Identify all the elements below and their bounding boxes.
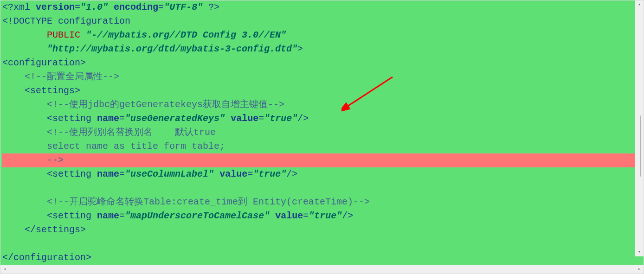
code-wrap: <?xml version="1.0" encoding="UTF-8" ?><… bbox=[0, 0, 644, 265]
code-token: = bbox=[303, 210, 309, 221]
code-token: setting bbox=[52, 113, 97, 124]
code-token: < bbox=[47, 210, 52, 221]
code-line: <!--开启驼峰命名转换Table:create_time到 Entity(cr… bbox=[2, 195, 642, 209]
scroll-left-icon[interactable]: ◂ bbox=[0, 265, 9, 274]
code-line: <!--配置全局属性--> bbox=[2, 70, 642, 84]
code-token: <!--使用jdbc的getGeneratekeys获取自增主键值--> bbox=[47, 99, 284, 110]
code-token: < bbox=[47, 169, 52, 179]
code-token: > bbox=[80, 57, 86, 68]
code-token bbox=[203, 2, 208, 13]
code-token: encoding bbox=[114, 2, 158, 13]
code-token: = bbox=[258, 113, 264, 124]
code-token: xml bbox=[13, 2, 36, 13]
code-token: "1.0" bbox=[80, 2, 108, 13]
code-token: value bbox=[275, 210, 303, 221]
code-token: ?> bbox=[208, 2, 219, 13]
code-token: settings bbox=[30, 85, 75, 96]
scroll-thumb[interactable] bbox=[640, 115, 641, 177]
code-token: </ bbox=[25, 224, 36, 235]
code-token: "http://mybatis.org/dtd/mybatis-3-config… bbox=[47, 44, 297, 54]
code-token: < bbox=[47, 113, 52, 124]
code-token bbox=[270, 210, 275, 221]
code-line: <setting name="useColumnLabel" value="tr… bbox=[2, 167, 642, 181]
scroll-down-icon[interactable]: ▾ bbox=[635, 248, 644, 256]
code-token: value bbox=[231, 113, 258, 124]
code-line: PUBLIC "-//mybatis.org//DTD Config 3.0//… bbox=[2, 28, 642, 42]
code-token: </ bbox=[2, 252, 13, 263]
code-line: <?xml version="1.0" encoding="UTF-8" ?> bbox=[2, 0, 642, 14]
code-editor[interactable]: <?xml version="1.0" encoding="UTF-8" ?><… bbox=[0, 0, 644, 265]
code-token: = bbox=[119, 113, 125, 124]
code-token: = bbox=[119, 169, 125, 179]
code-line: </settings> bbox=[2, 223, 642, 237]
code-line: select name as title form table; bbox=[2, 140, 642, 153]
code-token: name bbox=[97, 113, 119, 124]
code-token: "UTF-8" bbox=[164, 2, 203, 13]
code-token: <!DOCTYPE configuration bbox=[2, 16, 130, 26]
code-token: version bbox=[36, 2, 75, 13]
scroll-up-icon[interactable]: ▴ bbox=[635, 0, 644, 9]
code-line: <!DOCTYPE configuration bbox=[2, 14, 642, 28]
code-token: configuration bbox=[8, 57, 80, 68]
code-token: < bbox=[25, 85, 30, 96]
code-token: "true" bbox=[309, 210, 342, 221]
code-token: > bbox=[86, 252, 91, 263]
vertical-scrollbar[interactable]: ▴ ▾ bbox=[635, 0, 644, 256]
code-token: value bbox=[219, 169, 247, 179]
code-line bbox=[2, 237, 642, 251]
code-token: "true" bbox=[253, 169, 286, 179]
code-line bbox=[2, 181, 642, 195]
code-line: <setting name="useGeneratedKeys" value="… bbox=[2, 112, 642, 126]
code-token: "mapUnderscoreToCamelCase" bbox=[125, 210, 270, 221]
code-token: "useColumnLabel" bbox=[125, 169, 214, 179]
code-token: setting bbox=[52, 210, 97, 221]
code-token: = bbox=[247, 169, 253, 179]
code-line: <!--使用列别名替换别名 默认true bbox=[2, 126, 642, 140]
code-line: <setting name="mapUnderscoreToCamelCase"… bbox=[2, 209, 642, 223]
code-token: settings bbox=[36, 224, 80, 235]
code-token bbox=[214, 169, 219, 179]
code-token: select name as title form table; bbox=[47, 141, 225, 152]
code-token: "true" bbox=[264, 113, 297, 124]
code-token: <!--使用列别名替换别名 默认true bbox=[47, 127, 216, 138]
code-token: setting bbox=[52, 169, 97, 179]
editor-window: <?xml version="1.0" encoding="UTF-8" ?><… bbox=[0, 0, 644, 274]
code-token bbox=[225, 113, 231, 124]
code-line: --> bbox=[2, 153, 642, 167]
code-token: <!--开启驼峰命名转换Table:create_time到 Entity(cr… bbox=[47, 197, 370, 207]
code-token: /> bbox=[286, 169, 297, 179]
code-line: <!--使用jdbc的getGeneratekeys获取自增主键值--> bbox=[2, 98, 642, 112]
code-token: > bbox=[75, 85, 80, 96]
code-token: < bbox=[2, 57, 8, 68]
code-token: /> bbox=[297, 113, 309, 124]
code-token: = bbox=[158, 2, 164, 13]
code-token: = bbox=[75, 2, 80, 13]
code-token: = bbox=[119, 210, 125, 221]
code-line: <configuration> bbox=[2, 56, 642, 70]
code-line: "http://mybatis.org/dtd/mybatis-3-config… bbox=[2, 42, 642, 56]
code-token bbox=[108, 2, 114, 13]
code-token: configuration bbox=[13, 252, 86, 263]
code-token: > bbox=[80, 224, 86, 235]
code-token: <!--配置全局属性--> bbox=[25, 71, 119, 82]
code-token: /> bbox=[342, 210, 353, 221]
code-line: </configuration> bbox=[2, 251, 642, 265]
code-line: <settings> bbox=[2, 84, 642, 98]
code-token: "-//mybatis.org//DTD Config 3.0//EN" bbox=[86, 30, 286, 40]
code-token: <? bbox=[2, 2, 13, 13]
code-token: PUBLIC bbox=[47, 30, 86, 40]
horizontal-scrollbar[interactable]: ◂ ▸ bbox=[0, 265, 644, 274]
code-token: name bbox=[97, 169, 119, 179]
code-token: --> bbox=[47, 155, 64, 166]
scroll-right-icon[interactable]: ▸ bbox=[635, 265, 644, 274]
code-token: "useGeneratedKeys" bbox=[125, 113, 225, 124]
code-token: > bbox=[297, 44, 303, 54]
code-token: name bbox=[97, 210, 119, 221]
